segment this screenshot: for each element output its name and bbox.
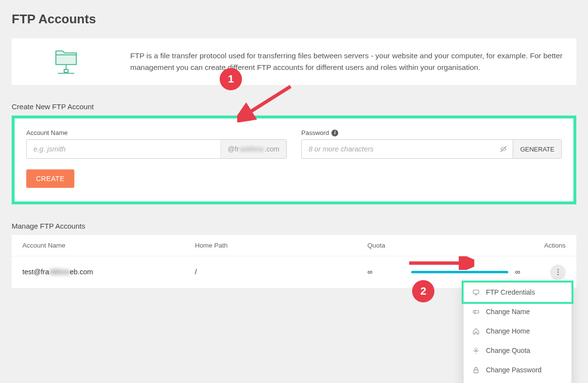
header-quota: Quota	[367, 242, 397, 249]
usage-bar	[411, 271, 508, 273]
table-row: test@frankforweb.com / ∞ ∞ FTP Credentia…	[12, 256, 576, 288]
actions-menu-button[interactable]	[550, 265, 566, 280]
password-input[interactable]	[302, 140, 494, 158]
dropdown-item-change-home[interactable]: Change Home	[464, 321, 571, 341]
dropdown-label: Change Password	[486, 366, 541, 374]
gear-icon	[472, 347, 480, 354]
info-icon[interactable]: i	[331, 130, 338, 136]
row-account: test@frankforweb.com	[22, 268, 195, 276]
account-name-label: Account Name	[26, 129, 287, 136]
dropdown-label: FTP Credentials	[486, 288, 535, 296]
dropdown-item-delete[interactable]: Delete	[464, 380, 571, 383]
svg-rect-10	[474, 369, 478, 372]
toggle-visibility-icon[interactable]	[494, 145, 513, 153]
usage-cap: ∞	[515, 268, 520, 276]
annotation-arrow-2	[406, 256, 474, 270]
rename-icon	[472, 308, 480, 316]
annotation-arrow-1	[237, 83, 295, 122]
ftp-folder-icon	[23, 48, 111, 75]
info-description: FTP is a file transfer protocol used for…	[130, 50, 565, 73]
dropdown-label: Change Quota	[486, 347, 530, 354]
annotation-badge-2: 2	[412, 280, 434, 302]
header-actions: Actions	[527, 242, 566, 249]
create-ftp-card: Account Name @frankforw.com Password i	[12, 116, 576, 204]
svg-rect-7	[473, 311, 479, 313]
manage-section-title: Manage FTP Accounts	[12, 222, 576, 230]
row-quota: ∞	[367, 268, 397, 276]
monitor-icon	[472, 289, 480, 296]
dropdown-label: Change Name	[486, 308, 530, 316]
password-label: Password	[301, 129, 329, 136]
create-button[interactable]: CREATE	[26, 169, 74, 188]
annotation-badge-1: 1	[220, 68, 242, 90]
svg-point-9	[475, 350, 477, 351]
dropdown-item-change-quota[interactable]: Change Quota	[464, 341, 571, 360]
dropdown-item-change-password[interactable]: Change Password	[464, 360, 571, 380]
dropdown-item-change-name[interactable]: Change Name	[464, 302, 571, 321]
row-home-path: /	[195, 268, 367, 276]
svg-rect-4	[473, 290, 479, 294]
actions-dropdown: FTP Credentials Change Name Change Home …	[464, 283, 571, 383]
info-card: FTP is a file transfer protocol used for…	[12, 38, 576, 85]
header-home: Home Path	[195, 242, 367, 249]
svg-rect-2	[64, 69, 68, 72]
svg-line-11	[246, 86, 291, 115]
generate-button[interactable]: GENERATE	[513, 140, 561, 158]
page-title: FTP Accounts	[12, 12, 576, 27]
home-icon	[472, 328, 480, 335]
dropdown-label: Change Home	[486, 327, 530, 335]
account-domain-suffix: @frankforw.com	[221, 140, 286, 158]
account-name-input[interactable]	[27, 140, 221, 158]
table-header: Account Name Home Path Quota Actions	[12, 235, 576, 256]
lock-icon	[472, 366, 480, 374]
header-account: Account Name	[22, 242, 195, 249]
dropdown-item-ftp-credentials[interactable]: FTP Credentials	[462, 281, 573, 304]
